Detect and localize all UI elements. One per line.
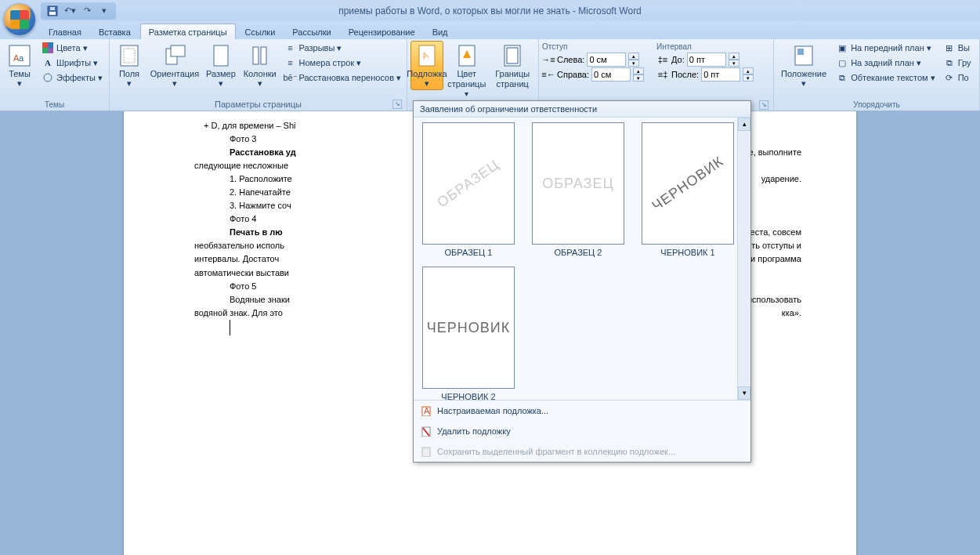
svg-rect-6 (42, 42, 48, 48)
send-back-button[interactable]: ▢На задний план ▾ (834, 56, 938, 70)
themes-group-label: Темы (3, 99, 106, 111)
ribbon-tabs: Главная Вставка Разметка страницы Ссылки… (0, 21, 980, 39)
effects-icon (42, 71, 54, 84)
watermark-option-sample2[interactable]: ОБРАЗЕЦ ОБРАЗЕЦ 2 (528, 122, 628, 257)
custom-watermark-icon: A (420, 404, 432, 417)
remove-watermark-icon (420, 425, 432, 437)
tab-references[interactable]: Ссылки (237, 24, 284, 39)
doc-line: автоматически выстави (194, 268, 289, 278)
margins-button[interactable]: Поля▾ (113, 41, 146, 90)
fonts-icon: A (42, 56, 54, 69)
svg-rect-29 (422, 448, 430, 457)
group-icon: ⧉ (943, 56, 956, 69)
tab-page-layout[interactable]: Разметка страницы (140, 24, 236, 39)
spacing-after-input[interactable] (701, 67, 740, 82)
doc-line: ять отступы и (747, 239, 801, 252)
tab-home[interactable]: Главная (41, 24, 89, 39)
doc-line: Фото 3 (230, 134, 256, 143)
doc-line: Печать в лю (230, 227, 283, 237)
wrap-icon: ⧉ (836, 71, 848, 84)
svg-rect-7 (48, 42, 53, 48)
page-borders-button[interactable]: Границы страниц (490, 41, 535, 92)
indent-right-input[interactable] (591, 67, 631, 82)
bring-front-button[interactable]: ▣На передний план ▾ (834, 41, 938, 55)
spacing-before-input[interactable] (687, 53, 726, 67)
tab-mailings[interactable]: Рассылки (284, 24, 338, 39)
page-color-icon (454, 43, 479, 68)
size-button[interactable]: Размер▾ (204, 41, 238, 90)
page-setup-dialog-launcher[interactable]: ↘ (392, 100, 402, 109)
spacing-before-spinner[interactable]: ▴▾ (729, 53, 740, 67)
svg-rect-9 (48, 48, 53, 53)
svg-rect-17 (261, 47, 266, 64)
svg-rect-8 (42, 48, 48, 53)
watermark-option-sample1[interactable]: ОБРАЗЕЦ ОБРАЗЕЦ 1 (418, 122, 519, 257)
page-color-button[interactable]: Цвет страницы▾ (447, 41, 486, 101)
svg-text:a: a (19, 53, 24, 63)
doc-line: 3. Нажмите соч (230, 201, 291, 210)
watermark-option-draft2[interactable]: ЧЕРНОВИК ЧЕРНОВИК 2 (418, 267, 519, 401)
watermark-gallery: Заявления об ограничении ответственности… (413, 100, 751, 462)
gallery-scrollbar[interactable]: ▴ ▾ (737, 118, 750, 400)
hyphenation-icon: bē⁻ (284, 71, 297, 84)
svg-rect-16 (253, 47, 259, 64)
scroll-up-icon[interactable]: ▴ (738, 118, 750, 131)
align-button[interactable]: ⊞Вы (941, 41, 974, 55)
hyphenation-button[interactable]: bē⁻Расстановка переносов ▾ (282, 71, 403, 85)
rotate-icon: ⟳ (943, 71, 956, 84)
before-icon: ‡≡ (656, 53, 669, 66)
theme-fonts-button[interactable]: AШрифты ▾ (39, 56, 105, 70)
indent-right-spinner[interactable]: ▴▾ (633, 67, 644, 82)
svg-rect-14 (171, 45, 185, 56)
quick-access-toolbar: ↶▾ ↷ ▾ (41, 2, 116, 20)
custom-watermark-button[interactable]: AНастраиваемая подложка... (414, 401, 750, 421)
scroll-down-icon[interactable]: ▾ (738, 386, 750, 400)
tab-view[interactable]: Вид (425, 24, 456, 39)
themes-label: Темы (9, 69, 31, 78)
paragraph-dialog-launcher[interactable]: ↘ (759, 100, 768, 110)
orientation-button[interactable]: Ориентация▾ (149, 41, 201, 90)
redo-icon[interactable]: ↷ (80, 4, 94, 18)
page-borders-icon (500, 43, 525, 68)
text-cursor (230, 320, 230, 336)
svg-point-10 (44, 74, 52, 82)
rotate-button[interactable]: ⟳По (941, 71, 974, 85)
watermark-button[interactable]: AПодложка▾ (410, 41, 443, 90)
group-button[interactable]: ⧉Гру (941, 56, 974, 70)
indent-left-spinner[interactable]: ▴▾ (628, 53, 639, 67)
breaks-icon: ≡ (284, 42, 297, 54)
indent-left-input[interactable] (587, 53, 626, 67)
breaks-button[interactable]: ≡Разрывы ▾ (282, 41, 403, 55)
themes-button[interactable]: Aa Темы▾ (3, 41, 36, 90)
watermark-icon: A (414, 43, 439, 68)
line-numbers-button[interactable]: ≡Номера строк ▾ (282, 56, 403, 70)
page-setup-group-label: Параметры страницы (215, 100, 302, 109)
arrange-group-label: Упорядочить (777, 99, 976, 111)
theme-colors-button[interactable]: Цвета ▾ (39, 41, 105, 55)
tab-insert[interactable]: Вставка (91, 24, 139, 39)
text-wrap-button[interactable]: ⧉Обтекание текстом ▾ (834, 71, 938, 85)
office-button[interactable] (3, 3, 36, 36)
watermark-option-draft1[interactable]: ЧЕРНОВИК ЧЕРНОВИК 1 (638, 122, 738, 257)
doc-line: + D, для времени – Shi (204, 121, 296, 130)
back-icon: ▢ (836, 56, 848, 69)
save-icon[interactable] (45, 4, 60, 18)
svg-rect-24 (797, 49, 804, 55)
spacing-after-spinner[interactable]: ▴▾ (743, 67, 754, 82)
save-watermark-button: Сохранить выделенный фрагмент в коллекци… (414, 441, 750, 462)
qat-customize-icon[interactable]: ▾ (97, 4, 111, 18)
tab-review[interactable]: Рецензирование (341, 24, 423, 39)
theme-effects-button[interactable]: Эффекты ▾ (39, 71, 105, 85)
line-numbers-icon: ≡ (284, 56, 297, 69)
columns-button[interactable]: Колонки▾ (241, 41, 279, 90)
doc-line: и программа (750, 252, 801, 266)
remove-watermark-button[interactable]: Удалить подложку (414, 421, 750, 441)
position-button[interactable]: Положение▾ (777, 41, 830, 90)
undo-icon[interactable]: ↶▾ (63, 4, 77, 18)
doc-line: следующие несложные (194, 161, 288, 170)
position-icon (791, 43, 816, 68)
doc-line: Расстановка уд (230, 147, 296, 157)
indent-left-icon: →≡ (542, 53, 555, 66)
themes-icon: Aa (7, 43, 32, 68)
doc-line: 1. Расположите (230, 174, 292, 183)
